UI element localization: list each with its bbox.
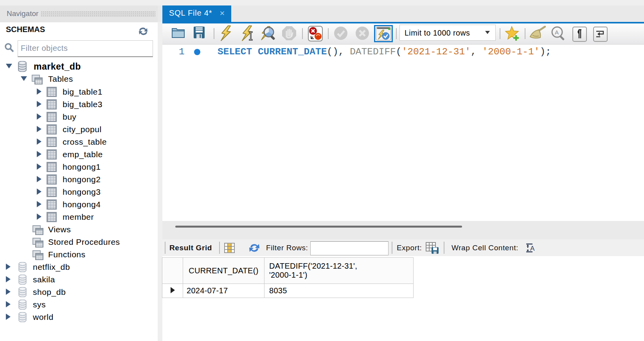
svg-text:A: A xyxy=(555,29,559,36)
svg-text:A: A xyxy=(530,245,535,252)
